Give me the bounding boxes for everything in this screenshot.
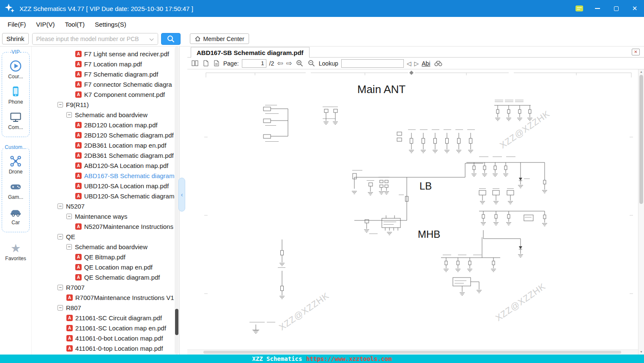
circuit-cluster <box>323 107 338 124</box>
tree-item[interactable]: AABD120-SA Location map.pdf <box>32 160 179 170</box>
pdf-file-icon: A <box>75 142 82 148</box>
phone-icon <box>9 85 22 98</box>
sidebar-item-computer[interactable]: Com... <box>2 110 29 130</box>
vip-card-icon[interactable] <box>570 4 588 13</box>
tree-item[interactable]: −R807 <box>32 302 179 313</box>
tree-item[interactable]: A211061-SC Circuit diagram.pdf <box>32 313 179 323</box>
tree-item-label: QE Schematic diagram.pdf <box>84 274 160 281</box>
collapse-minus-icon[interactable]: − <box>58 234 63 239</box>
scroll-down-icon[interactable]: ▼ <box>639 349 644 355</box>
tree-item[interactable]: AN5207Maintenance Instructions <box>32 221 179 231</box>
sidebar-item-game[interactable]: Gam... <box>2 180 29 200</box>
circuit-cluster <box>263 105 288 142</box>
collapse-minus-icon[interactable]: − <box>58 285 63 290</box>
search-button[interactable] <box>161 33 181 45</box>
vip-sidebar: -VIP- Cour... Phon <box>0 47 32 355</box>
tree-item[interactable]: AF7 Light sense and reciver.pdf <box>32 49 179 59</box>
tree-item[interactable]: A211061-SC Location map en.pdf <box>32 323 179 333</box>
sidebar-item-drone[interactable]: Drone <box>2 155 29 175</box>
sidebar-item-label: Cour... <box>8 74 23 80</box>
collapse-panel-handle[interactable]: ‹ <box>178 178 185 212</box>
collapse-minus-icon[interactable]: − <box>66 214 72 219</box>
close-tab-icon[interactable]: ✕ <box>632 49 640 55</box>
chevron-left-icon: ‹ <box>181 191 183 198</box>
sidebar-item-car[interactable]: Car <box>2 206 29 226</box>
collapse-minus-icon[interactable]: − <box>66 244 72 250</box>
schematic-label-mhb: MHB <box>418 228 440 240</box>
fit-width-button[interactable] <box>213 60 220 67</box>
vertical-scrollbar-thumb[interactable] <box>639 75 643 204</box>
tree-item[interactable]: AQE Location map en.pdf <box>32 262 179 272</box>
tree-item-label: UBD120-SA Schematic diagram <box>84 192 174 200</box>
find-next-icon[interactable]: ▷ <box>414 60 419 66</box>
collapse-minus-icon[interactable]: − <box>58 305 63 311</box>
tree-item[interactable]: −F9(R11) <box>32 99 179 110</box>
tree-item[interactable]: −Maintenance ways <box>32 211 179 221</box>
tree-item[interactable]: −Schematic and boardview <box>32 242 179 252</box>
pdf-file-icon: A <box>75 274 82 280</box>
tree-item[interactable]: AF7 Schematic diagram.pdf <box>32 69 179 79</box>
sidebar-item-favorites[interactable]: ★ Favorites <box>0 242 31 261</box>
find-prev-icon[interactable]: ◁ <box>407 60 411 66</box>
tree-item[interactable]: −R7007 <box>32 282 179 292</box>
model-search-input[interactable] <box>33 33 158 44</box>
scroll-up-icon[interactable]: ▲ <box>639 69 644 74</box>
collapse-minus-icon[interactable]: − <box>58 204 63 209</box>
tree-item[interactable]: A2DB361 Schematic diagram.pdf <box>32 150 179 160</box>
shrink-button[interactable]: Shrink <box>2 33 29 44</box>
menu-item-settings[interactable]: Settings(S) <box>90 21 131 28</box>
pdf-horizontal-scrollbar[interactable] <box>187 349 638 355</box>
tree-item[interactable]: AK7 Component comment.pdf <box>32 89 179 99</box>
tree-item[interactable]: −N5207 <box>32 201 179 211</box>
tree-item[interactable]: −QE <box>32 231 179 242</box>
tree-item[interactable]: AF7 Location map.pdf <box>32 59 179 69</box>
collapse-minus-icon[interactable]: − <box>66 112 72 118</box>
text-select-tool[interactable]: Abi <box>422 60 430 67</box>
close-button[interactable]: ✕ <box>625 0 644 17</box>
app-logo-icon <box>4 3 15 14</box>
pdf-vertical-scrollbar[interactable]: ▲ ▼ <box>638 69 644 355</box>
binoculars-search-button[interactable] <box>433 60 443 67</box>
tree-item[interactable]: A2BD120 Schematic diagram.pdf <box>32 130 179 140</box>
lookup-input[interactable] <box>341 59 404 68</box>
tree-item[interactable]: AR7007Maintenance Instructions V1 <box>32 292 179 302</box>
fit-page-button[interactable] <box>202 60 210 67</box>
sidebar-item-course[interactable]: Cour... <box>2 60 29 80</box>
minimize-button[interactable] <box>588 0 607 17</box>
tree-item-label: Maintenance ways <box>75 213 127 220</box>
horizontal-scrollbar-thumb[interactable] <box>203 351 621 354</box>
tree-item[interactable]: AUBD120-SA Location map.pdf <box>32 181 179 191</box>
tree-item[interactable]: AQE Schematic diagram.pdf <box>32 272 179 282</box>
collapse-minus-icon[interactable]: − <box>58 102 63 107</box>
sidebar-item-phone[interactable]: Phone <box>2 85 29 105</box>
tree-item-label: 411061-0-bot Location map.pdf <box>75 335 163 342</box>
tree-item[interactable]: −Schematic and boardview <box>32 110 179 120</box>
circuit-cluster <box>466 157 547 257</box>
two-page-view-button[interactable] <box>191 60 199 67</box>
tree-item[interactable]: AUBD120-SA Schematic diagram <box>32 191 179 201</box>
zoom-out-button[interactable] <box>307 59 316 67</box>
menu-item-file[interactable]: File(F) <box>3 21 31 28</box>
tree-item[interactable]: AQE Bitmap.pdf <box>32 252 179 262</box>
watermark-text: XZZ@XZZHK <box>277 291 331 332</box>
maximize-button[interactable] <box>607 0 625 17</box>
tree-item[interactable]: A2BD120 Location map.pdf <box>32 120 179 130</box>
prev-page-icon[interactable]: ⇦ <box>277 60 283 67</box>
tree-item[interactable]: A411061-0-bot Location map.pdf <box>32 333 179 343</box>
tree-item[interactable]: A411061-0-top Location map.pdf <box>32 343 179 353</box>
menu-item-tool[interactable]: Tool(T) <box>60 21 90 28</box>
tree-scrollbar-thumb[interactable] <box>175 309 178 335</box>
menu-item-vip[interactable]: VIP(V) <box>31 21 60 28</box>
tree-item-label: ABD167-SB Schematic diagram <box>84 172 174 179</box>
pdf-file-icon: A <box>75 61 82 67</box>
tab-abd167-sb-schematic[interactable]: ABD167-SB Schematic diagram.pdf <box>191 47 310 58</box>
tree-item[interactable]: AF7 connector Schematic diagra <box>32 79 179 89</box>
tree-item[interactable]: AABD167-SB Schematic diagram <box>32 170 179 181</box>
zoom-in-button[interactable] <box>295 59 304 67</box>
tree-item-label: N5207 <box>66 203 85 210</box>
member-center-button[interactable]: Member Center <box>190 33 249 44</box>
pdf-canvas[interactable]: Main ANT LB MHB XZZ@XZZHK XZZ@XZZHK XZZ@… <box>187 69 644 355</box>
page-number-input[interactable] <box>242 59 266 68</box>
tree-item[interactable]: A2DB361 Location map en.pdf <box>32 140 179 150</box>
next-page-icon[interactable]: ⇨ <box>286 60 292 67</box>
